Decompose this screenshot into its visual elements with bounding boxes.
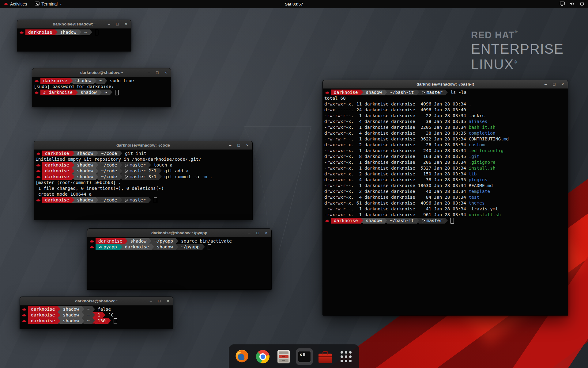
terminal-line: darknoiseshadow~/bash-itmaster <box>324 218 566 224</box>
powerline-separator <box>72 174 74 179</box>
terminal-window-sudo[interactable]: darknoise@shadow:~ – □ × darknoiseshadow… <box>32 68 171 107</box>
output-text: .ackrc <box>469 113 484 118</box>
dock-item-chrome[interactable] <box>254 348 271 365</box>
powerline-separator <box>75 90 78 95</box>
terminal-line: -rw-rw-r--. 1 darknoise darknoise 3622 J… <box>324 136 566 142</box>
close-button[interactable]: × <box>124 22 128 26</box>
maximize-button[interactable]: □ <box>237 143 241 147</box>
close-button[interactable]: × <box>264 231 268 235</box>
app-menu-label: Terminal <box>41 2 58 6</box>
minimize-button[interactable]: – <box>247 231 251 235</box>
output-text: . <box>469 102 471 106</box>
maximize-button[interactable]: □ <box>552 82 556 86</box>
prompt-segment: master <box>122 197 148 203</box>
terminal-line: drwxrwxr-x. 11 darknoise darknoise 4096 … <box>324 101 566 107</box>
maximize-button[interactable]: □ <box>115 22 119 26</box>
redhat-prompt-icon <box>89 244 96 250</box>
prompt-segment: shadow <box>363 90 385 95</box>
branch-icon <box>422 219 425 223</box>
prompt-segment: master <box>122 162 148 168</box>
maximize-button[interactable]: □ <box>256 231 260 235</box>
close-button[interactable]: × <box>245 143 249 147</box>
terminal-cursor <box>95 30 98 35</box>
window-titlebar[interactable]: darknoise@shadow:~/code – □ × <box>34 141 252 150</box>
dock-item-terminal[interactable]: $ <box>296 348 313 365</box>
app-menu-terminal[interactable]: Terminal ▾ <box>34 0 63 8</box>
branch-icon <box>125 169 128 173</box>
powerline-separator <box>58 306 60 312</box>
terminal-content[interactable]: darknoiseshadow~sudo true[sudo] password… <box>32 77 171 107</box>
powerline-separator <box>110 90 112 95</box>
minimize-button[interactable]: – <box>544 82 548 86</box>
powerline-separator <box>105 78 107 83</box>
window-titlebar[interactable]: darknoise@shadow:~ – □ × <box>17 20 131 29</box>
terminal-content[interactable]: darknoiseshadow~falsedarknoiseshadow~1^C… <box>20 305 173 329</box>
output-text: custom <box>469 142 484 147</box>
branch-icon <box>125 198 128 202</box>
terminal-line: drwxrwxr-x. 4 darknoise darknoise 38 Jan… <box>324 177 566 183</box>
brand-redhat-text: RED HAT <box>471 30 514 40</box>
terminal-window-exitcodes[interactable]: darknoise@shadow:~ – □ × darknoiseshadow… <box>20 297 173 329</box>
dock-item-files[interactable] <box>275 348 292 365</box>
command-text: source bin/activate <box>178 238 232 244</box>
terminal-mini-icon <box>35 2 40 6</box>
window-titlebar[interactable]: darknoise@shadow:~/bash-it – □ × <box>323 80 568 89</box>
minimize-button[interactable]: – <box>107 22 111 26</box>
terminal-content[interactable]: darknoiseshadow~ <box>17 29 131 51</box>
output-text: -rw-rw-r--. 1 darknoise darknoise 3622 J… <box>324 136 469 141</box>
powerline-separator <box>361 90 363 95</box>
window-title: darknoise@shadow:~/code <box>116 143 170 148</box>
terminal-window-code[interactable]: darknoise@shadow:~/code – □ × darknoises… <box>34 141 253 220</box>
terminal-content[interactable]: darknoiseshadow~/bash-itmasterls -latota… <box>323 89 568 315</box>
close-button[interactable]: × <box>166 299 170 303</box>
dock-item-toolbox[interactable] <box>317 348 334 365</box>
minimize-button[interactable]: – <box>228 143 232 147</box>
redhat-prompt-icon <box>34 90 40 95</box>
prompt-segment: ~/code <box>98 162 120 168</box>
activities-button[interactable]: Activities <box>2 0 28 8</box>
terminal-content[interactable]: darknoiseshadow~/pyappsource bin/activat… <box>87 237 271 289</box>
window-titlebar[interactable]: darknoise@shadow:~ – □ × <box>20 297 173 305</box>
terminal-window-home-1[interactable]: darknoise@shadow:~ – □ × darknoiseshadow… <box>17 20 131 52</box>
command-text: ls -la <box>448 90 466 95</box>
terminal-line: darknoiseshadow~/codemaster <box>36 197 251 203</box>
terminal-line: -rwxrwxr-x. 1 darknoise darknoise 2205 J… <box>324 125 566 130</box>
maximize-button[interactable]: □ <box>157 299 161 303</box>
prompt-segment: darknoise <box>42 168 72 174</box>
prompt-segment: 1 <box>95 312 103 318</box>
powerline-separator <box>58 318 60 324</box>
redhat-prompt-icon <box>19 29 25 35</box>
system-status-area[interactable] <box>560 0 584 8</box>
redhat-prompt-icon <box>36 162 42 168</box>
minimize-button[interactable]: – <box>149 299 153 303</box>
command-text: ^C <box>105 312 113 318</box>
powerline-separator <box>120 197 122 203</box>
terminal-window-pyapp[interactable]: darknoise@shadow:~/pyapp – □ × darknoise… <box>87 228 272 290</box>
prompt-segment: ~ <box>84 306 92 312</box>
output-text: completion <box>469 131 495 136</box>
dock-item-show-applications[interactable] <box>338 348 354 365</box>
maximize-button[interactable]: □ <box>155 71 159 75</box>
terminal-line: # darknoiseshadow~ <box>34 90 169 95</box>
terminal-content[interactable]: darknoiseshadow~/codegit initInitialized… <box>34 150 252 220</box>
powerline-separator <box>176 244 178 250</box>
clock[interactable]: Sat 03:57 <box>285 2 303 6</box>
prompt-segment: ~/bash-it <box>387 218 417 224</box>
prompt-segment: ~/pyapp <box>178 244 202 250</box>
window-title: darknoise@shadow:~/bash-it <box>417 82 474 86</box>
close-button[interactable]: × <box>561 82 565 86</box>
output-text: -rw-rw-r--. 1 darknoise darknoise 18630 … <box>324 183 469 188</box>
close-button[interactable]: × <box>164 71 168 75</box>
output-text: uninstall.sh <box>469 212 501 217</box>
registered-mark: ® <box>514 60 517 64</box>
window-titlebar[interactable]: darknoise@shadow:~/pyapp – □ × <box>87 229 271 237</box>
minimize-button[interactable]: – <box>147 71 151 75</box>
terminal-cursor <box>208 244 211 250</box>
terminal-window-bash-it[interactable]: darknoise@shadow:~/bash-it – □ × darknoi… <box>322 80 568 316</box>
dock-item-firefox[interactable] <box>234 348 250 365</box>
output-text: drwxrwxr-x. 4 darknoise darknoise 38 Jan… <box>324 119 469 124</box>
prompt-segment: 130 <box>95 318 108 324</box>
window-titlebar[interactable]: darknoise@shadow:~ – □ × <box>32 68 171 77</box>
firefox-icon <box>235 349 249 364</box>
output-text: -rwxrwxr-x. 1 darknoise darknoise 5327 J… <box>324 166 469 171</box>
